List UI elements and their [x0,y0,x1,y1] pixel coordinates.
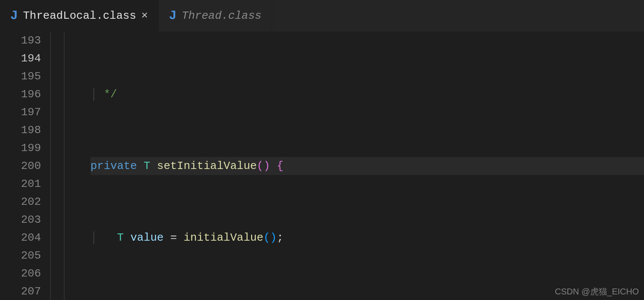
code-area[interactable]: │ */ private T setInitialValue() { │ T v… [90,32,644,300]
tab-label: ThreadLocal.class [23,9,136,22]
watermark: CSDN @虎猫_EICHO [555,286,639,297]
code-line[interactable]: │ */ [90,85,644,103]
tab-bar: J ThreadLocal.class × J Thread.class [0,0,644,32]
close-icon[interactable]: × [141,9,148,22]
java-file-icon: J [169,9,177,23]
indent-guides [64,32,90,300]
code-line[interactable]: │ T value = initialValue(); [90,229,644,247]
line-number-gutter: 193 194 195 196 197 198 199 200 201 202 … [0,32,50,300]
java-file-icon: J [10,9,18,23]
tab-threadlocal[interactable]: J ThreadLocal.class × [0,0,159,32]
fold-column [50,32,64,300]
code-line[interactable]: private T setInitialValue() { [90,157,644,175]
tab-label: Thread.class [182,9,261,22]
editor[interactable]: 193 194 195 196 197 198 199 200 201 202 … [0,32,644,300]
tab-thread[interactable]: J Thread.class [159,0,272,32]
